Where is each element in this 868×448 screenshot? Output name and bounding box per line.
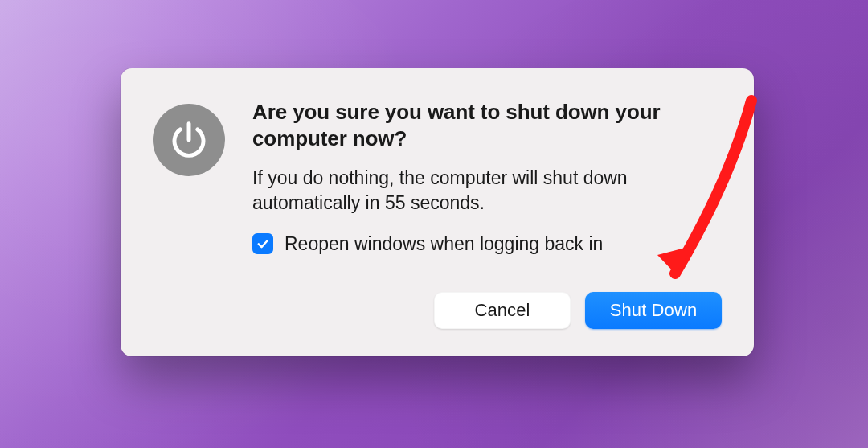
shutdown-dialog: Are you sure you want to shut down your … <box>121 68 754 356</box>
power-icon <box>153 104 225 176</box>
reopen-windows-option[interactable]: Reopen windows when logging back in <box>252 233 722 255</box>
dialog-icon-wrap <box>153 99 225 329</box>
reopen-windows-label[interactable]: Reopen windows when logging back in <box>285 233 603 255</box>
dialog-message: If you do nothing, the computer will shu… <box>252 166 722 216</box>
reopen-windows-checkbox[interactable] <box>252 233 273 254</box>
dialog-button-row: Cancel Shut Down <box>252 292 722 329</box>
dialog-title: Are you sure you want to shut down your … <box>252 99 722 153</box>
shutdown-button[interactable]: Shut Down <box>585 292 722 329</box>
cancel-button[interactable]: Cancel <box>434 292 571 329</box>
dialog-content: Are you sure you want to shut down your … <box>252 99 722 329</box>
